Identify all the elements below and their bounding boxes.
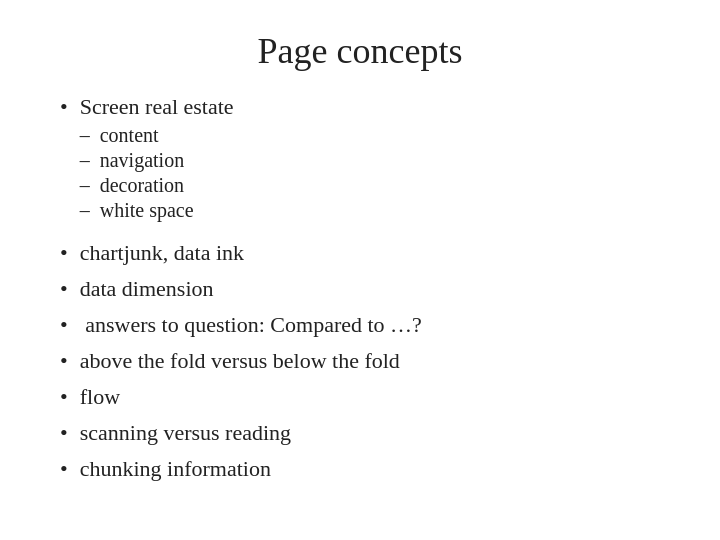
bullet-icon: • [60, 276, 68, 302]
dash-icon: – [80, 124, 90, 147]
list-item-answers: • answers to question: Compared to …? [60, 312, 660, 338]
main-list: • Screen real estate – content – navigat… [60, 94, 660, 482]
screen-estate-label: Screen real estate [80, 94, 234, 120]
sub-list-item-decoration: – decoration [80, 174, 234, 197]
page-title: Page concepts [60, 30, 660, 72]
sub-list: – content – navigation – decoration – wh… [80, 124, 234, 224]
list-item-data-dimension: • data dimension [60, 276, 660, 302]
sub-list-item-whitespace: – white space [80, 199, 234, 222]
list-item-scanning: • scanning versus reading [60, 420, 660, 446]
list-item-chartjunk: • chartjunk, data ink [60, 240, 660, 266]
dash-icon: – [80, 149, 90, 172]
bullet-icon: • [60, 348, 68, 374]
bullet-icon: • [60, 94, 68, 120]
bullet-icon: • [60, 456, 68, 482]
dash-icon: – [80, 199, 90, 222]
screen-estate-block: Screen real estate – content – navigatio… [80, 94, 234, 230]
slide: Page concepts • Screen real estate – con… [0, 0, 720, 540]
list-item-above-fold: • above the fold versus below the fold [60, 348, 660, 374]
bullet-icon: • [60, 240, 68, 266]
bullet-icon: • [60, 312, 68, 338]
list-item-chunking: • chunking information [60, 456, 660, 482]
sub-list-item-content: – content [80, 124, 234, 147]
list-item-flow: • flow [60, 384, 660, 410]
sub-list-item-navigation: – navigation [80, 149, 234, 172]
bullet-icon: • [60, 384, 68, 410]
dash-icon: – [80, 174, 90, 197]
bullet-icon: • [60, 420, 68, 446]
list-item-screen-estate: • Screen real estate – content – navigat… [60, 94, 660, 230]
